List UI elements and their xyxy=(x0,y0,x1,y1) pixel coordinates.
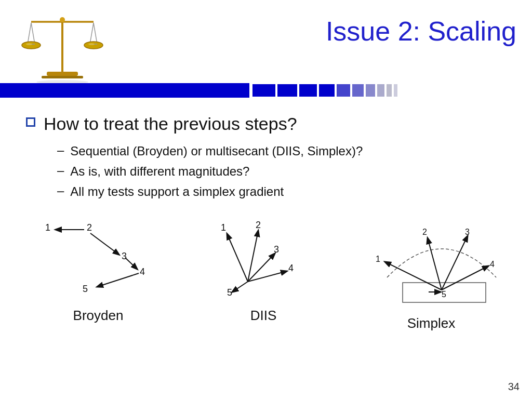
deco-block xyxy=(366,84,375,97)
svg-text:4: 4 xyxy=(288,263,294,273)
header: Issue 2: Scaling xyxy=(0,0,532,83)
sub-bullet-3: – All my tests support a simplex gradien… xyxy=(57,183,506,200)
broyden-diagram: 1 2 3 4 5 xyxy=(31,215,166,324)
simplex-label: Simplex xyxy=(407,315,455,331)
dash-icon-3: – xyxy=(57,183,64,198)
svg-line-25 xyxy=(125,258,137,269)
svg-text:5: 5 xyxy=(83,284,88,294)
simplex-svg: 1 2 3 4 5 xyxy=(361,215,501,311)
svg-text:4: 4 xyxy=(490,260,495,269)
svg-rect-1 xyxy=(47,72,78,76)
sub-bullet-text-2: As is, with different magnitudes? xyxy=(70,163,249,179)
simplex-diagram: 1 2 3 4 5 xyxy=(361,215,501,331)
svg-line-34 xyxy=(248,254,275,282)
svg-line-35 xyxy=(248,271,287,282)
svg-text:3: 3 xyxy=(122,251,127,261)
sub-bullet-text-1: Sequential (Broyden) or multisecant (DII… xyxy=(70,143,363,159)
bullet-square-icon xyxy=(26,117,35,127)
title-area: Issue 2: Scaling xyxy=(114,5,516,47)
svg-point-12 xyxy=(84,42,103,49)
svg-line-26 xyxy=(97,273,139,287)
svg-line-46 xyxy=(442,266,488,290)
deco-block xyxy=(337,84,350,97)
slide-title: Issue 2: Scaling xyxy=(326,16,516,47)
svg-text:5: 5 xyxy=(442,290,446,299)
dash-icon-1: – xyxy=(57,143,64,157)
svg-text:1: 1 xyxy=(45,222,50,233)
svg-text:2: 2 xyxy=(422,228,427,236)
main-bullet-text: How to treat the previous steps? xyxy=(44,113,297,135)
deco-block xyxy=(252,84,275,97)
deco-block xyxy=(377,84,384,97)
svg-line-36 xyxy=(232,282,248,292)
deco-block xyxy=(319,84,335,97)
content-area: How to treat the previous steps? – Seque… xyxy=(0,98,532,210)
svg-text:3: 3 xyxy=(274,244,279,255)
svg-point-16 xyxy=(26,43,32,45)
svg-line-43 xyxy=(385,262,442,290)
svg-line-24 xyxy=(90,233,119,255)
svg-text:1: 1 xyxy=(376,255,380,263)
svg-line-9 xyxy=(90,23,94,44)
svg-rect-6 xyxy=(60,20,64,22)
svg-line-33 xyxy=(248,231,258,282)
sub-bullet-1: – Sequential (Broyden) or multisecant (D… xyxy=(57,143,506,159)
sub-bullet-2: – As is, with different magnitudes? xyxy=(57,163,506,179)
svg-text:1: 1 xyxy=(221,222,226,233)
deco-solid-blue xyxy=(0,83,249,98)
svg-line-44 xyxy=(428,238,442,290)
main-bullet: How to treat the previous steps? xyxy=(26,113,506,135)
svg-line-7 xyxy=(28,23,31,44)
broyden-svg: 1 2 3 4 5 xyxy=(31,215,166,303)
svg-text:2: 2 xyxy=(256,220,261,230)
balance-scale-icon xyxy=(18,10,107,83)
svg-text:5: 5 xyxy=(227,287,232,298)
svg-rect-2 xyxy=(42,76,83,78)
svg-line-10 xyxy=(94,23,97,44)
svg-line-32 xyxy=(227,234,248,282)
deco-bar xyxy=(0,83,532,98)
svg-text:2: 2 xyxy=(87,222,92,233)
deco-block xyxy=(387,84,392,97)
sub-bullet-text-3: All my tests support a simplex gradient xyxy=(70,183,284,200)
deco-block xyxy=(277,84,297,97)
deco-block xyxy=(299,84,317,97)
dash-icon-2: – xyxy=(57,163,64,178)
svg-text:3: 3 xyxy=(465,228,470,236)
diis-label: DIIS xyxy=(250,308,277,324)
deco-block xyxy=(394,84,397,97)
sub-bullets: – Sequential (Broyden) or multisecant (D… xyxy=(26,143,506,200)
page-number: 34 xyxy=(508,381,520,393)
diagrams-area: 1 2 3 4 5 xyxy=(0,210,532,331)
diis-diagram: 1 2 3 4 5 xyxy=(206,215,321,324)
svg-line-45 xyxy=(442,236,468,290)
logo-area xyxy=(10,5,114,83)
deco-block xyxy=(352,84,364,97)
svg-point-11 xyxy=(22,42,41,49)
deco-blocks xyxy=(249,83,532,98)
svg-text:4: 4 xyxy=(140,267,145,277)
broyden-label: Broyden xyxy=(73,308,124,324)
svg-line-8 xyxy=(31,23,35,44)
diis-svg: 1 2 3 4 5 xyxy=(206,215,321,303)
svg-point-17 xyxy=(88,43,95,45)
